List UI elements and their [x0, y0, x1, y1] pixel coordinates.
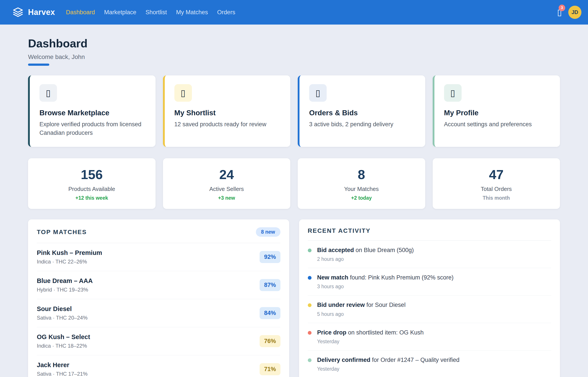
match-name: Blue Dream – AAA [37, 277, 93, 284]
action-cards-row: ▯ Browse Marketplace Explore verified pr… [28, 75, 560, 147]
activity-text-rest: for Sour Diesel [365, 302, 405, 308]
activity-text-bold: Price drop [317, 329, 346, 336]
match-info: Pink Kush – Premium Indica · THC 22–26% [37, 249, 102, 265]
activity-time: 5 hours ago [317, 311, 406, 317]
page-subtitle: Welcome back, John [28, 53, 560, 60]
activity-body: Price drop on shortlisted item: OG Kush … [317, 329, 424, 344]
stat-card-active-sellers: 24 Active Sellers +3 new [163, 158, 290, 209]
stat-label: Products Available [33, 186, 151, 192]
match-row[interactable]: Pink Kush – Premium Indica · THC 22–26% … [37, 243, 280, 271]
avatar[interactable]: JD [568, 6, 581, 19]
nav-item-marketplace[interactable]: Marketplace [104, 9, 136, 16]
stat-label: Total Orders [437, 186, 556, 192]
activity-item: Bid under review for Sour Diesel 5 hours… [308, 295, 551, 323]
match-info: Jack Herer Sativa · THC 17–21% [37, 361, 88, 377]
activity-text-bold: Delivery confirmed [317, 357, 370, 363]
logo-icon[interactable] [12, 7, 24, 18]
activity-text-rest: on Blue Dream (500g) [354, 247, 414, 253]
match-name: Sour Diesel [37, 305, 88, 313]
match-meta: Hybrid · THC 19–23% [37, 287, 93, 293]
stat-delta: This month [437, 195, 556, 201]
activity-time: Yesterday [317, 366, 460, 372]
match-score-badge: 76% [260, 335, 280, 347]
marketplace-icon: ▯ [39, 84, 57, 102]
nav-left: Harvex Dashboard Marketplace Shortlist M… [12, 7, 235, 18]
activity-body: Bid accepted on Blue Dream (500g) 2 hour… [317, 246, 414, 262]
activity-body: Bid under review for Sour Diesel 5 hours… [317, 301, 406, 317]
match-meta: Sativa · THC 20–24% [37, 315, 88, 321]
main-content: Dashboard Welcome back, John ▯ Browse Ma… [0, 24, 588, 377]
recent-activity-title: RECENT ACTIVITY [308, 227, 371, 234]
page-title: Dashboard [28, 37, 560, 50]
marketplace-icon-glyph: ▯ [46, 89, 51, 97]
action-card-my-profile[interactable]: ▯ My Profile Account settings and prefer… [433, 75, 560, 147]
activity-text-rest: on shortlisted item: OG Kush [346, 329, 424, 336]
stat-card-your-matches: 8 Your Matches +2 today [298, 158, 425, 209]
activity-text: New match found: Pink Kush Premium (92% … [317, 274, 454, 282]
new-matches-badge: 8 new [256, 227, 280, 237]
match-score-badge: 92% [260, 251, 280, 263]
stat-value: 24 [167, 167, 286, 182]
activity-text: Price drop on shortlisted item: OG Kush [317, 329, 424, 336]
match-info: Blue Dream – AAA Hybrid · THC 19–23% [37, 277, 93, 293]
activity-dot [308, 358, 311, 362]
shortlist-icon-glyph: ▯ [181, 89, 185, 97]
activity-item: Bid accepted on Blue Dream (500g) 2 hour… [308, 241, 551, 268]
action-card-browse-marketplace[interactable]: ▯ Browse Marketplace Explore verified pr… [28, 75, 156, 147]
stat-delta: +2 today [302, 195, 421, 201]
nav-item-shortlist[interactable]: Shortlist [145, 9, 167, 16]
orders-icon: ▯ [309, 84, 327, 102]
nav-item-dashboard[interactable]: Dashboard [66, 9, 95, 16]
activity-dot [308, 303, 311, 307]
activity-body: New match found: Pink Kush Premium (92% … [317, 274, 454, 290]
activity-time: 3 hours ago [317, 284, 454, 290]
stat-card-total-orders: 47 Total Orders This month [433, 158, 560, 209]
stat-delta: +3 new [167, 195, 286, 201]
match-row[interactable]: OG Kush – Select Indica · THC 18–22% 76% [37, 327, 280, 355]
action-card-orders-bids[interactable]: ▯ Orders & Bids 3 active bids, 2 pending… [298, 75, 425, 147]
bottom-panels: TOP MATCHES 8 new Pink Kush – Premium In… [28, 219, 560, 377]
recent-activity-header: RECENT ACTIVITY [308, 219, 551, 241]
activity-item: Price drop on shortlisted item: OG Kush … [308, 323, 551, 351]
match-row[interactable]: Blue Dream – AAA Hybrid · THC 19–23% 87% [37, 271, 280, 299]
app-root: Harvex Dashboard Marketplace Shortlist M… [0, 0, 588, 377]
stats-row: 156 Products Available +12 this week 24 … [28, 158, 560, 209]
action-card-title: My Profile [444, 109, 551, 117]
match-row[interactable]: Jack Herer Sativa · THC 17–21% 71% [37, 355, 280, 377]
action-card-desc: Account settings and preferences [444, 120, 551, 129]
nav-item-orders[interactable]: Orders [217, 9, 235, 16]
notifications-button[interactable]: ▯ 3 [557, 8, 562, 16]
match-score-badge: 87% [260, 279, 280, 291]
nav-item-my-matches[interactable]: My Matches [176, 9, 208, 16]
top-navbar: Harvex Dashboard Marketplace Shortlist M… [0, 0, 588, 24]
top-matches-title: TOP MATCHES [37, 229, 87, 236]
activity-text-bold: Bid under review [317, 302, 365, 308]
match-meta: Sativa · THC 17–21% [37, 371, 88, 377]
activity-body: Delivery confirmed for Order #1247 – Qua… [317, 356, 460, 372]
action-card-desc: Explore verified products from licensed … [39, 120, 146, 137]
title-underline [28, 64, 49, 66]
activity-dot [308, 276, 311, 280]
stat-value: 156 [33, 167, 151, 182]
stat-value: 8 [302, 167, 421, 182]
match-name: OG Kush – Select [37, 333, 90, 341]
activity-text-bold: Bid accepted [317, 247, 354, 253]
activity-text: Delivery confirmed for Order #1247 – Qua… [317, 356, 460, 364]
orders-icon-glyph: ▯ [315, 89, 320, 97]
activity-time: 2 hours ago [317, 256, 414, 262]
activity-text-rest: found: Pink Kush Premium (92% score) [348, 274, 453, 281]
notification-badge: 3 [559, 5, 565, 11]
top-matches-panel: TOP MATCHES 8 new Pink Kush – Premium In… [28, 219, 289, 377]
match-row[interactable]: Sour Diesel Sativa · THC 20–24% 84% [37, 299, 280, 327]
top-matches-header: TOP MATCHES 8 new [37, 219, 280, 243]
action-card-title: Browse Marketplace [39, 109, 146, 117]
stat-card-products-available: 156 Products Available +12 this week [28, 158, 156, 209]
activity-text: Bid accepted on Blue Dream (500g) [317, 246, 414, 254]
activity-time: Yesterday [317, 339, 424, 344]
match-info: OG Kush – Select Indica · THC 18–22% [37, 333, 90, 349]
action-card-my-shortlist[interactable]: ▯ My Shortlist 12 saved products ready f… [163, 75, 290, 147]
nav-right: ▯ 3 JD [557, 6, 581, 19]
profile-icon: ▯ [444, 84, 461, 102]
match-score-badge: 71% [260, 363, 280, 375]
action-card-title: My Shortlist [174, 109, 281, 117]
